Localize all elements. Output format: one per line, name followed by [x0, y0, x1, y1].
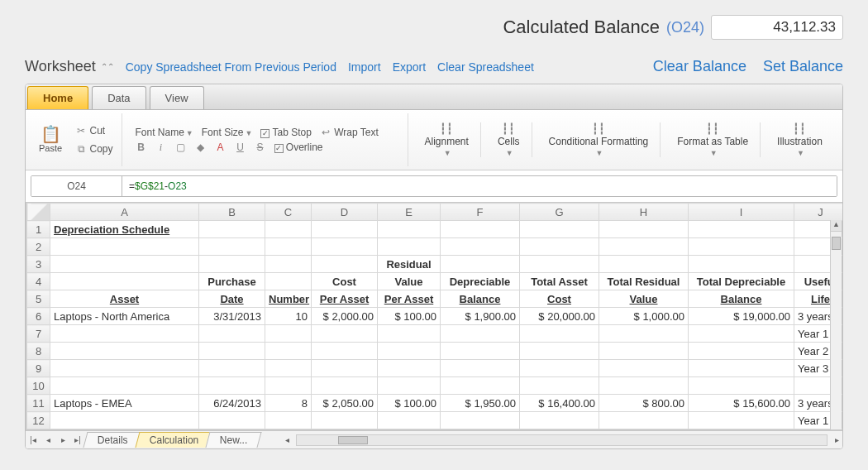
cell-D9[interactable] — [312, 360, 378, 377]
font-color-button[interactable]: A — [215, 141, 227, 153]
prev-sheet-button[interactable]: ◂ — [41, 435, 55, 444]
col-header-D[interactable]: D — [312, 204, 378, 221]
cell-G9[interactable] — [520, 360, 599, 377]
cell-E5[interactable]: Per Asset — [378, 290, 441, 308]
cell-C2[interactable] — [265, 238, 312, 256]
alignment-dropdown[interactable]: ┇┇ Alignment ▼ — [413, 122, 481, 157]
cell-D7[interactable] — [312, 325, 378, 343]
cell-A1[interactable]: Depreciation Schedule — [50, 221, 199, 238]
cell-B3[interactable] — [199, 256, 265, 273]
tab-data[interactable]: Data — [92, 86, 145, 109]
cell-A2[interactable] — [50, 238, 199, 256]
cell-D11[interactable]: $ 2,050.00 — [312, 395, 378, 412]
cell-H7[interactable] — [599, 325, 689, 343]
cut-button[interactable]: ✂ Cut — [75, 125, 112, 137]
italic-button[interactable]: i — [155, 141, 167, 153]
hscroll-right-arrow[interactable]: ▸ — [831, 435, 842, 444]
cell-D2[interactable] — [312, 238, 378, 256]
hscroll-left-arrow[interactable]: ◂ — [281, 435, 293, 444]
cell-A8[interactable] — [50, 343, 199, 360]
cell-B12[interactable] — [199, 412, 265, 429]
overline-toggle[interactable]: ✓ Overline — [274, 141, 323, 153]
cell-D5[interactable]: Per Asset — [312, 290, 378, 308]
conditional-formatting-dropdown[interactable]: ┇┇ Conditional Formatting ▼ — [537, 122, 661, 157]
clear-balance-link[interactable]: Clear Balance — [653, 58, 746, 75]
cell-B7[interactable] — [199, 325, 265, 343]
cell-G4[interactable]: Total Asset — [520, 273, 599, 290]
cell-A6[interactable]: Laptops - North America — [50, 308, 199, 325]
export-link[interactable]: Export — [393, 60, 426, 74]
tab-view[interactable]: View — [150, 86, 204, 109]
col-header-C[interactable]: C — [265, 204, 312, 221]
name-box[interactable]: O24 — [31, 176, 122, 196]
cell-E8[interactable] — [378, 343, 441, 360]
cell-A3[interactable] — [50, 256, 199, 273]
cell-F1[interactable] — [441, 221, 520, 238]
cell-C9[interactable] — [265, 360, 312, 377]
cell-E1[interactable] — [378, 221, 441, 238]
cell-G11[interactable]: $ 16,400.00 — [520, 395, 599, 412]
col-header-F[interactable]: F — [441, 204, 520, 221]
cell-D3[interactable] — [312, 256, 378, 273]
cell-D6[interactable]: $ 2,000.00 — [312, 308, 378, 325]
cell-C5[interactable]: Number — [265, 290, 312, 308]
import-link[interactable]: Import — [348, 60, 381, 74]
paste-button[interactable]: 📋 Paste — [39, 127, 67, 153]
cell-G3[interactable] — [520, 256, 599, 273]
cell-C1[interactable] — [265, 221, 312, 238]
row-header-8[interactable]: 8 — [27, 343, 50, 360]
underline-button[interactable]: U — [235, 141, 246, 153]
row-header-4[interactable]: 4 — [27, 273, 50, 290]
formula-input[interactable]: =$G$21-O23 — [122, 176, 837, 196]
cell-G12[interactable] — [520, 412, 599, 429]
cell-F6[interactable]: $ 1,900.00 — [441, 308, 520, 325]
row-header-9[interactable]: 9 — [27, 360, 50, 377]
cell-I11[interactable]: $ 15,600.00 — [689, 395, 794, 412]
cell-B5[interactable]: Date — [199, 290, 265, 308]
cell-H4[interactable]: Total Residual — [599, 273, 689, 290]
cell-B4[interactable]: Purchase — [199, 273, 265, 290]
cell-E6[interactable]: $ 100.00 — [378, 308, 441, 325]
copy-button[interactable]: ⧉ Copy — [75, 143, 112, 155]
cell-H8[interactable] — [599, 343, 689, 360]
fill-color-button[interactable]: ◆ — [195, 141, 207, 153]
cell-F3[interactable] — [441, 256, 520, 273]
row-header-1[interactable]: 1 — [27, 221, 50, 238]
cell-I10[interactable] — [689, 377, 794, 395]
cell-G1[interactable] — [520, 221, 599, 238]
cell-E4[interactable]: Value — [378, 273, 441, 290]
copy-prev-link[interactable]: Copy Spreadsheet From Previous Period — [126, 60, 336, 74]
cell-I6[interactable]: $ 19,000.00 — [689, 308, 794, 325]
cell-G8[interactable] — [520, 343, 599, 360]
cell-H6[interactable]: $ 1,000.00 — [599, 308, 689, 325]
cell-G6[interactable]: $ 20,000.00 — [520, 308, 599, 325]
cell-C11[interactable]: 8 — [265, 395, 312, 412]
set-balance-link[interactable]: Set Balance — [763, 58, 843, 75]
cell-F10[interactable] — [441, 377, 520, 395]
cell-A7[interactable] — [50, 325, 199, 343]
col-header-H[interactable]: H — [599, 204, 689, 221]
last-sheet-button[interactable]: ▸| — [70, 435, 85, 444]
cell-F7[interactable] — [441, 325, 520, 343]
cell-E2[interactable] — [378, 238, 441, 256]
horizontal-scroll-thumb[interactable] — [338, 436, 368, 444]
cell-D8[interactable] — [312, 343, 378, 360]
cell-I1[interactable] — [689, 221, 794, 238]
cell-H5[interactable]: Value — [599, 290, 689, 308]
cell-C10[interactable] — [265, 377, 312, 395]
cell-H3[interactable] — [599, 256, 689, 273]
row-header-10[interactable]: 10 — [27, 377, 50, 395]
cell-E3[interactable]: Residual — [378, 256, 441, 273]
cell-I4[interactable]: Total Depreciable — [689, 273, 794, 290]
cell-E9[interactable] — [378, 360, 441, 377]
worksheet-title[interactable]: Worksheet ⌃⌃ — [25, 58, 114, 75]
cell-E12[interactable] — [378, 412, 441, 429]
cell-I12[interactable] — [689, 412, 794, 429]
cell-I8[interactable] — [689, 343, 794, 360]
cell-F2[interactable] — [441, 238, 520, 256]
bold-button[interactable]: B — [136, 141, 147, 153]
cell-I3[interactable] — [689, 256, 794, 273]
spreadsheet-grid[interactable]: ABCDEFGHIJK1Depreciation Schedule23Resid… — [26, 202, 842, 430]
row-header-3[interactable]: 3 — [27, 256, 50, 273]
col-header-E[interactable]: E — [378, 204, 441, 221]
